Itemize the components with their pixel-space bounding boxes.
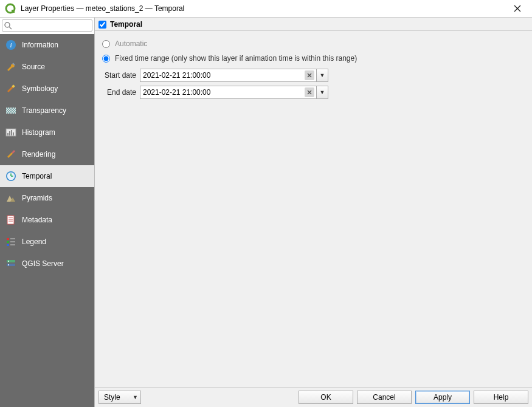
clear-icon[interactable] [305, 87, 314, 97]
clear-icon[interactable] [305, 70, 314, 80]
start-date-edit: ▼ [140, 69, 328, 82]
svg-rect-26 [7, 244, 9, 246]
help-button[interactable]: Help [474, 391, 528, 404]
sidebar-item-rendering[interactable]: Rendering [0, 143, 94, 165]
svg-line-3 [9, 27, 12, 29]
svg-rect-13 [9, 131, 10, 135]
svg-rect-20 [7, 216, 14, 224]
histogram-icon [5, 126, 17, 139]
sidebar-item-label: QGIS Server [22, 259, 64, 268]
sidebar-item-label: Symbology [22, 84, 58, 93]
sidebar-item-label: Pyramids [22, 194, 52, 202]
sidebar-item-qgis-server[interactable]: QGIS Server [0, 253, 94, 275]
pyramids-icon [5, 192, 17, 204]
svg-text:i: i [10, 41, 12, 49]
search-icon [4, 21, 12, 30]
radio-automatic-label: Automatic [115, 39, 147, 48]
sidebar-item-label: Information [22, 41, 58, 49]
svg-rect-25 [7, 241, 9, 243]
radio-fixed-label: Fixed time range (only show this layer i… [115, 54, 357, 63]
start-date-label: Start date [102, 71, 140, 80]
end-date-dropdown[interactable]: ▼ [316, 86, 328, 99]
server-icon [5, 258, 17, 270]
end-date-input[interactable] [140, 86, 316, 99]
apply-button[interactable]: Apply [415, 391, 470, 404]
sidebar-item-information[interactable]: i Information [0, 34, 94, 56]
panel-body: Automatic Fixed time range (only show th… [95, 31, 532, 387]
style-menu[interactable]: Style ▼ [98, 391, 141, 404]
close-button[interactable] [508, 1, 527, 16]
svg-rect-12 [7, 133, 9, 135]
svg-rect-8 [6, 108, 16, 114]
svg-rect-14 [11, 130, 12, 135]
panel-title: Temporal [110, 20, 142, 29]
end-date-label: End date [102, 88, 140, 97]
legend-icon [5, 236, 17, 248]
footer: Style ▼ OK Cancel Apply Help [95, 387, 532, 407]
sidebar-item-symbology[interactable]: Symbology [0, 78, 94, 100]
svg-point-32 [8, 261, 9, 262]
sidebar-item-source[interactable]: Source [0, 56, 94, 78]
brush-icon [5, 83, 17, 95]
style-menu-label: Style [104, 393, 120, 402]
sidebar-item-label: Temporal [22, 172, 52, 180]
clock-icon [5, 170, 17, 182]
cancel-button[interactable]: Cancel [357, 391, 412, 404]
sidebar-item-label: Metadata [22, 216, 52, 224]
sidebar-item-label: Source [22, 63, 45, 71]
sidebar-item-label: Legend [22, 238, 46, 246]
left-column: i Information Source Symbology Transpare… [0, 18, 94, 407]
sidebar-item-label: Rendering [22, 150, 55, 159]
sidebar: i Information Source Symbology Transpare… [0, 34, 94, 407]
chevron-down-icon: ▼ [133, 394, 138, 400]
transparency-icon [5, 104, 17, 117]
sidebar-item-label: Transparency [22, 106, 66, 115]
sidebar-item-pyramids[interactable]: Pyramids [0, 187, 94, 209]
radio-automatic[interactable] [102, 40, 110, 48]
svg-point-2 [5, 22, 10, 27]
titlebar: Layer Properties — meteo_stations_2 — Te… [0, 0, 532, 17]
qgis-logo-icon [5, 3, 16, 14]
radio-fixed[interactable] [102, 55, 110, 63]
search-input[interactable] [2, 19, 92, 32]
svg-point-33 [8, 264, 9, 265]
render-icon [5, 148, 17, 160]
sidebar-item-label: Histogram [22, 128, 55, 137]
wrench-icon [5, 61, 17, 73]
window-title: Layer Properties — meteo_stations_2 — Te… [21, 4, 508, 13]
svg-rect-24 [7, 238, 9, 240]
temporal-enable-checkbox[interactable] [98, 21, 106, 29]
panel-header: Temporal [95, 18, 532, 31]
sidebar-item-legend[interactable]: Legend [0, 231, 94, 253]
sidebar-item-temporal[interactable]: Temporal [0, 165, 94, 187]
metadata-icon [5, 214, 17, 226]
start-date-input[interactable] [140, 69, 316, 82]
start-date-dropdown[interactable]: ▼ [316, 69, 328, 82]
info-icon: i [5, 39, 17, 51]
ok-button[interactable]: OK [299, 391, 353, 404]
sidebar-item-metadata[interactable]: Metadata [0, 209, 94, 231]
svg-rect-15 [13, 132, 14, 135]
end-date-edit: ▼ [140, 86, 328, 99]
sidebar-item-transparency[interactable]: Transparency [0, 100, 94, 121]
sidebar-item-histogram[interactable]: Histogram [0, 121, 94, 143]
svg-rect-1 [12, 10, 15, 13]
radio-fixed-row: Fixed time range (only show this layer i… [102, 54, 527, 63]
radio-automatic-row: Automatic [102, 39, 527, 48]
